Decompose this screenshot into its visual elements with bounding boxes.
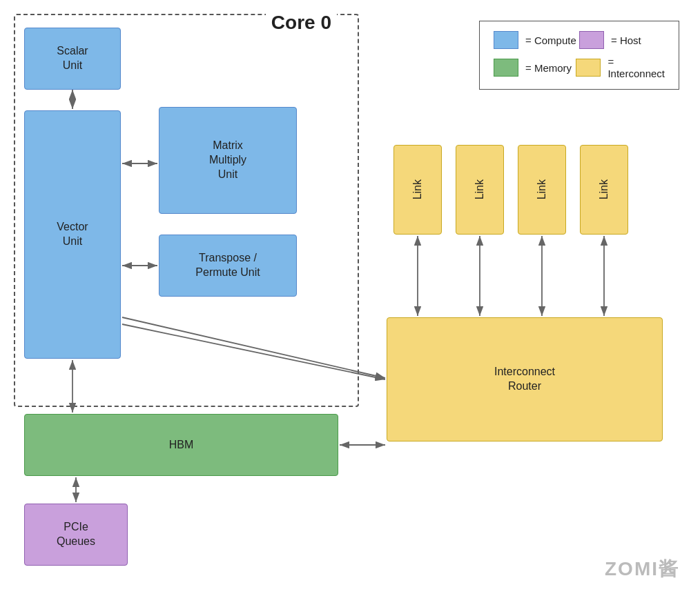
transpose-permute-label: Transpose /Permute Unit bbox=[195, 251, 260, 280]
legend-memory-label: = Memory bbox=[525, 62, 576, 74]
diagram-container: = Compute = Host = Memory = Interconnect bbox=[0, 0, 700, 596]
legend-compute-item: = Compute bbox=[494, 31, 579, 49]
legend-host-item: = Host bbox=[579, 31, 665, 49]
interconnect-router-label: InterconnectRouter bbox=[494, 365, 555, 394]
watermark: ZOMI酱 bbox=[605, 556, 679, 582]
legend-row-2: = Memory = Interconnect bbox=[494, 56, 665, 79]
legend-pair-1: = Compute = Host bbox=[494, 31, 665, 49]
link-1-block: Link bbox=[393, 145, 442, 235]
legend-pair-2: = Memory = Interconnect bbox=[494, 56, 665, 79]
transpose-permute-unit-block: Transpose /Permute Unit bbox=[159, 235, 297, 297]
pcie-queues-block: PCIeQueues bbox=[24, 504, 128, 566]
legend-interconnect-box bbox=[576, 59, 601, 77]
link-4-label: Link bbox=[597, 179, 612, 199]
vector-unit-block: VectorUnit bbox=[24, 110, 121, 359]
legend-memory-box bbox=[494, 59, 518, 77]
legend-interconnect-label: = Interconnect bbox=[607, 56, 665, 79]
hbm-block: HBM bbox=[24, 414, 338, 476]
legend-memory-item: = Memory bbox=[494, 59, 576, 77]
link-1-label: Link bbox=[411, 179, 425, 199]
hbm-label: HBM bbox=[169, 438, 194, 453]
legend-host-box bbox=[579, 31, 604, 49]
pcie-queues-label: PCIeQueues bbox=[57, 520, 95, 549]
legend-row-1: = Compute = Host bbox=[494, 31, 665, 49]
legend: = Compute = Host = Memory = Interconnect bbox=[479, 21, 679, 90]
legend-compute-label: = Compute bbox=[525, 34, 579, 46]
link-4-block: Link bbox=[580, 145, 628, 235]
link-2-block: Link bbox=[456, 145, 504, 235]
vector-unit-label: VectorUnit bbox=[57, 220, 88, 249]
matrix-multiply-unit-block: MatrixMultiplyUnit bbox=[159, 107, 297, 214]
legend-interconnect-item: = Interconnect bbox=[576, 56, 665, 79]
interconnect-router-block: InterconnectRouter bbox=[387, 317, 663, 441]
link-3-block: Link bbox=[518, 145, 566, 235]
scalar-unit-block: Scalar Unit bbox=[24, 28, 121, 90]
link-2-label: Link bbox=[473, 179, 487, 199]
legend-compute-box bbox=[494, 31, 518, 49]
scalar-unit-label: Scalar Unit bbox=[57, 44, 88, 73]
legend-host-label: = Host bbox=[611, 34, 665, 46]
matrix-multiply-label: MatrixMultiplyUnit bbox=[209, 139, 246, 181]
core-label: Core 0 bbox=[266, 12, 337, 34]
link-3-label: Link bbox=[535, 179, 550, 199]
